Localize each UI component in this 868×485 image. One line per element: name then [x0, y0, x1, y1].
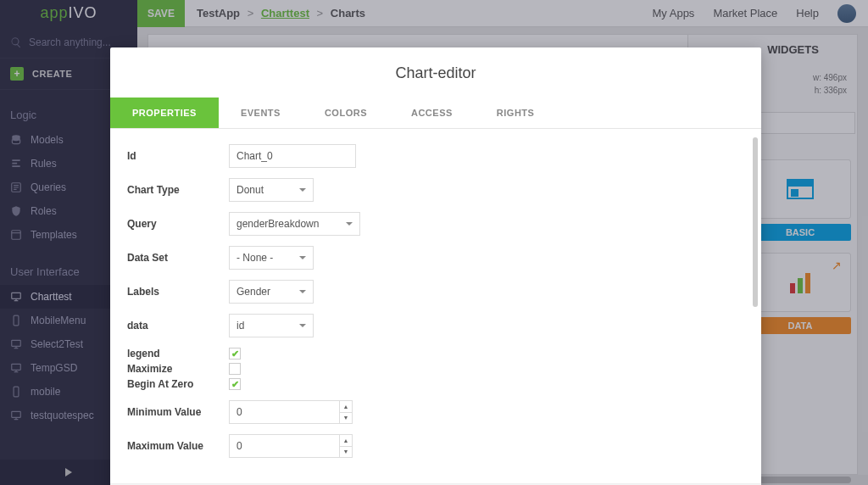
select-data[interactable]: id — [229, 314, 314, 337]
checkbox-begin-zero[interactable]: ✔ — [229, 378, 241, 390]
modal-body: Id Chart Type Donut Query genderBreakdow… — [110, 129, 761, 475]
select-chart-type[interactable]: Donut — [229, 178, 314, 202]
label-begin-zero: Begin At Zero — [127, 378, 229, 390]
spinner-down-icon[interactable]: ▼ — [340, 447, 352, 458]
chevron-down-icon — [299, 324, 306, 327]
input-id[interactable] — [229, 144, 356, 168]
tab-events[interactable]: EVENTS — [219, 98, 303, 128]
check-icon: ✔ — [231, 379, 239, 390]
spinner-down-icon[interactable]: ▼ — [340, 413, 352, 424]
input-min[interactable] — [229, 400, 339, 424]
chevron-down-icon — [299, 256, 306, 259]
label-id: Id — [127, 150, 229, 162]
tab-properties[interactable]: PROPERTIES — [110, 98, 219, 128]
input-max[interactable] — [229, 434, 339, 458]
label-data: data — [127, 320, 229, 332]
checkbox-maximize[interactable] — [229, 363, 241, 375]
label-query: Query — [127, 218, 229, 230]
label-min: Minimum Value — [127, 406, 229, 418]
chart-editor-modal: Chart-editor PROPERTIES EVENTS COLORS AC… — [110, 47, 761, 485]
label-chart-type: Chart Type — [127, 184, 229, 196]
modal-title: Chart-editor — [110, 47, 761, 98]
spinner-max[interactable]: ▲▼ — [339, 434, 353, 458]
label-maximize: Maximize — [127, 363, 229, 375]
spinner-up-icon[interactable]: ▲ — [340, 435, 352, 447]
select-data-set[interactable]: - None - — [229, 246, 314, 270]
select-query[interactable]: genderBreakdown — [229, 212, 360, 236]
modal-tabs: PROPERTIES EVENTS COLORS ACCESS RIGHTS — [110, 98, 761, 129]
tab-colors[interactable]: COLORS — [303, 98, 389, 128]
check-icon: ✔ — [231, 348, 239, 360]
label-legend: legend — [127, 348, 229, 360]
label-data-set: Data Set — [127, 252, 229, 264]
chevron-down-icon — [346, 222, 353, 226]
modal-scrollbar[interactable] — [753, 137, 758, 307]
checkbox-legend[interactable]: ✔ — [229, 348, 241, 360]
tab-rights[interactable]: RIGHTS — [475, 98, 557, 128]
spinner-up-icon[interactable]: ▲ — [340, 401, 352, 413]
spinner-min[interactable]: ▲▼ — [339, 400, 353, 424]
label-labels: Labels — [127, 286, 229, 298]
tab-access[interactable]: ACCESS — [389, 98, 475, 128]
chevron-down-icon — [299, 188, 306, 192]
select-labels[interactable]: Gender — [229, 280, 314, 304]
chevron-down-icon — [299, 290, 306, 293]
label-max: Maximum Value — [127, 440, 229, 452]
